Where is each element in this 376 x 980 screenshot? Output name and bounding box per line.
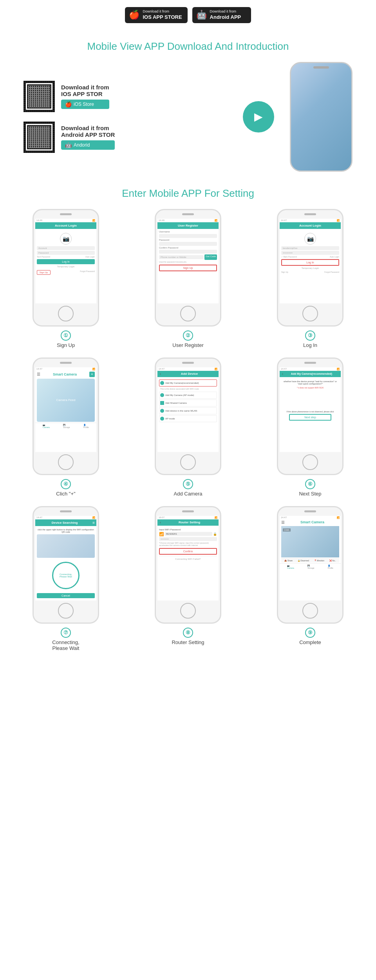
apple-badge-icon: 🍎 <box>65 101 72 107</box>
confirm-btn-8[interactable]: Confirm <box>159 548 217 555</box>
share-icon <box>160 401 164 405</box>
add-device-title-5: Add Device <box>162 372 217 376</box>
android-download-button[interactable]: 🤖 Download it from Android APP <box>192 7 251 23</box>
bottom-nav-9: 📷Camera 💾Storage 👤Profile <box>280 563 341 570</box>
password-input-1: Password <box>37 251 95 255</box>
smart-camera-title-9: Smart Camera <box>286 520 339 524</box>
add-camera-header-6: ‹ Add My Camera(recommended) <box>280 371 341 377</box>
wifi-hint-8: *Choose stronger WiFi signal, input the … <box>159 542 217 546</box>
device-searching-title-7: Device Searching <box>37 521 92 524</box>
phone-frame-7: 14:47📶 Device Searching ≡ click the uppe… <box>33 506 99 624</box>
reg-password-input <box>159 242 217 246</box>
bottom-nav-4: 📷Camera 💾Storage 👤Profile <box>35 423 96 429</box>
phone-frame-8: 16:07📶 ‹ Router Setting Input WiFi Passw… <box>155 506 221 624</box>
screen-body-8: Input WiFi Password 📶 BESDER1 🔒 ••••••••… <box>157 526 219 562</box>
step-6: 14:47📶 ‹ Add My Camera(recommended) whet… <box>252 358 368 497</box>
ios-qr-code <box>24 81 55 112</box>
above-phenomenon-text-6: If the above phenomenon is not observed,… <box>281 410 339 413</box>
step-label-8: Router Setting <box>172 639 204 645</box>
share-action: 📤 Share <box>284 559 293 562</box>
step-number-1: ① <box>61 330 71 341</box>
hamburger-icon-9: ☰ <box>281 520 285 524</box>
phone-screen-9: 14:47📶 ☰ Smart Camera CAM1 📤 Share 🔓 Dis… <box>280 516 341 601</box>
step-number-9: ⑨ <box>305 628 315 638</box>
back-arrow-6: ‹ <box>281 372 284 376</box>
android-badge-icon: 🤖 <box>65 142 72 148</box>
ios-prefix-label: Download it from <box>143 9 182 14</box>
plus-icon-4[interactable]: + <box>89 372 95 377</box>
screen-status-1: 14:46📶 <box>35 219 96 222</box>
screen-status-9: 14:47📶 <box>280 516 341 519</box>
login-btn-1: Log In <box>37 259 95 264</box>
phone-frame-1: 14:46📶 Account Login 📷 Account Password … <box>33 209 99 327</box>
add-my-camera-item[interactable]: Add My Camera(recommended) <box>159 379 217 387</box>
android-qr-code <box>24 122 55 153</box>
phone-screen-3: 14:47📶 Account Login 📷 besdericip0oo •••… <box>280 219 341 303</box>
ap-mode-item: AP mode <box>159 415 217 422</box>
download-section: Download it from IOS APP STOR 🍎 iOS Stor… <box>0 62 376 172</box>
step-7: 14:47📶 Device Searching ≡ click the uppe… <box>8 506 124 651</box>
screen-header-1: Account Login <box>35 222 96 229</box>
ios-download-title: Download it from IOS APP STOR <box>61 84 109 97</box>
ios-store-badge[interactable]: 🍎 iOS Store <box>61 100 109 109</box>
signup-btn-2: Sign Up <box>159 265 217 271</box>
ios-download-item: Download it from IOS APP STOR 🍎 iOS Stor… <box>24 81 227 112</box>
step-number-2: ② <box>183 330 193 341</box>
phone-mockup <box>290 62 352 172</box>
next-step-btn-6[interactable]: Next step <box>289 414 331 421</box>
step-number-3: ③ <box>305 330 315 341</box>
step-5: 14:47📶 ‹ Add Device Add My Camera(recomm… <box>130 358 246 497</box>
step-number-7: ⑦ <box>61 628 71 638</box>
confirm-password-input <box>159 250 217 254</box>
screen-body-6: whether have the device prompt "wait for… <box>280 377 341 423</box>
add-wlan-item: Add device in the same WLAN <box>159 407 217 414</box>
back-arrow-8: ‹ <box>159 521 162 524</box>
step-label-4: Clich "+" <box>56 491 75 497</box>
no-action: ❌ No.. <box>329 559 336 562</box>
step-label-1: Sign Up <box>57 342 75 348</box>
login-btn-3: Log In <box>281 259 339 266</box>
connecting-circle-7: Connecting,Please Wait <box>52 562 80 589</box>
account-input-3: besdericip0oo <box>281 246 339 250</box>
qr-instruction-7: click the upper right button to display … <box>37 528 95 533</box>
router-setting-header-8: ‹ Router Setting <box>157 519 219 526</box>
cancel-btn-7[interactable]: Cancel <box>37 593 95 598</box>
dot-2 <box>160 393 164 397</box>
screen-status-8: 16:07📶 <box>157 516 219 519</box>
wifi-menu-icon-7: ≡ <box>92 521 95 525</box>
steps-grid: 14:46📶 Account Login 📷 Account Password … <box>8 209 368 651</box>
section2-title: Enter Mobile APP For Setting <box>0 187 376 200</box>
account-input-1: Account <box>37 246 95 250</box>
step-8: 16:07📶 ‹ Router Setting Input WiFi Passw… <box>130 506 246 651</box>
router-setting-title-8: Router Setting <box>162 521 217 524</box>
wifi-password-input-8[interactable]: •••••••••• <box>159 537 217 541</box>
phone-frame-5: 14:47📶 ‹ Add Device Add My Camera(recomm… <box>155 358 221 475</box>
steps-section: 14:46📶 Account Login 📷 Account Password … <box>0 209 376 651</box>
phone-screen-8: 16:07📶 ‹ Router Setting Input WiFi Passw… <box>157 516 219 601</box>
step-number-8: ⑧ <box>183 628 193 638</box>
dot-3 <box>160 409 164 413</box>
lock-icon-8: 🔒 <box>213 532 217 536</box>
add-camera-title-6: Add My Camera(recommended) <box>284 372 339 375</box>
step-2: 14:46📶 User Register Username Password C… <box>130 209 246 348</box>
screen-header-3: Account Login <box>280 222 341 229</box>
ios-store-label: IOS APP STORE <box>143 14 182 21</box>
screen-body-2: Username Password Confirm Password Phone… <box>157 229 219 274</box>
step-number-4: ④ <box>61 479 71 489</box>
android-store-badge[interactable]: 🤖 Andorid <box>61 140 115 150</box>
camera-feed-9: CAM1 <box>281 526 339 557</box>
nav-storage: 💾Storage <box>63 424 70 428</box>
phone-input: Phone number or Mobile <box>159 255 204 259</box>
spacer-6 <box>281 390 339 409</box>
arrow-circle <box>243 101 274 132</box>
ios-download-button[interactable]: 🍎 Download it from IOS APP STORE <box>125 7 187 23</box>
screen-status-3: 14:47📶 <box>280 219 341 222</box>
divider-8 <box>159 556 217 556</box>
camera-actions-9: 📤 Share 🔓 Disarmed 📍 Mmotion ❌ No.. <box>281 558 339 563</box>
camera-feed-4: Camera Feed <box>37 379 95 422</box>
phone-frame-4: 14:47📶 ☰ Smart Camera + Camera Feed 📷Cam… <box>33 358 99 475</box>
dot-1 <box>160 381 164 385</box>
nav-storage-9: 💾Storage <box>307 564 315 569</box>
wifi-signal-icon-8: 📶 <box>159 532 164 536</box>
wifi-input-row-8: 📶 BESDER1 🔒 <box>159 532 217 536</box>
